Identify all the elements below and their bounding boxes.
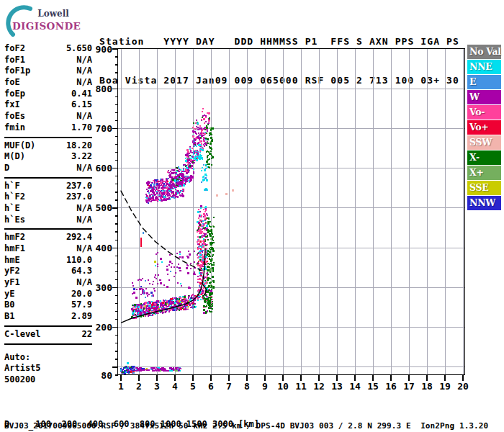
axis-ticks (112, 49, 464, 381)
y-axis-labels: 90080070060050040030020080 (96, 44, 113, 381)
x-tick-label: 4 (172, 381, 178, 392)
x-tick-label: 14 (349, 381, 361, 392)
y-tick-label: 600 (96, 163, 113, 174)
x-tick-label: 18 (421, 381, 433, 392)
plot-gridlines (118, 49, 465, 375)
legend-item-e: E (467, 75, 501, 89)
x-tick-label: 20 (457, 381, 469, 392)
x-tick-label: 12 (313, 381, 325, 392)
x-tick-label: 6 (208, 381, 214, 392)
ionogram-page: Lowell DIGISONDE Station YYYY DAY DDD HH… (0, 0, 504, 432)
ionogram-plot: 9008007006005004003002008012345678910111… (0, 0, 504, 432)
legend-item-w: W (467, 90, 501, 104)
y-tick-label: 900 (96, 44, 113, 55)
plot-frame (118, 49, 465, 375)
x-tick-label: 13 (331, 381, 343, 392)
y-tick-label: 700 (96, 123, 113, 134)
legend-item-sse: SSE (467, 181, 501, 195)
legend-item-noval: No Val (467, 45, 501, 59)
y-tick-label: 200 (96, 322, 113, 333)
echo-scatter (120, 108, 234, 374)
y-tick-label: 400 (96, 243, 113, 253)
x-tick-label: 11 (295, 381, 307, 392)
echo-status-legend: No ValNNEEWVo-Vo+SSWX-X+SSENNW (467, 45, 501, 211)
x-tick-label: 16 (385, 381, 397, 392)
x-tick-label: 19 (439, 381, 451, 392)
y-tick-label: 300 (96, 282, 113, 293)
legend-item-vo+: Vo+ (467, 120, 501, 135)
legend-item-ssw: SSW (467, 135, 501, 150)
y-tick-label: 500 (96, 202, 113, 213)
x-tick-label: 10 (277, 381, 289, 392)
x-tick-label: 1 (118, 381, 124, 392)
y-tick-label: 800 (96, 84, 113, 94)
x-tick-label: 5 (190, 381, 196, 392)
x-axis-labels: 1234567891011121314151617181920 (118, 381, 469, 392)
x-tick-label: 17 (403, 381, 415, 392)
x-tick-label: 2 (136, 381, 142, 392)
x-tick-label: 8 (244, 381, 250, 392)
legend-item-x-: X- (467, 150, 501, 165)
x-tick-label: 3 (154, 381, 160, 392)
x-tick-label: 7 (226, 381, 232, 392)
x-tick-label: 15 (367, 381, 379, 392)
legend-item-nnw: NNW (467, 196, 501, 210)
x-tick-label: 9 (262, 381, 268, 392)
legend-item-nne: NNE (467, 60, 501, 74)
status-line: BVJ03_2017009065000.RSF / 384fx512h 50 k… (4, 421, 488, 431)
legend-item-x+: X+ (467, 166, 501, 180)
y-tick-label: 80 (101, 370, 112, 381)
legend-item-vo-: Vo- (467, 105, 501, 120)
